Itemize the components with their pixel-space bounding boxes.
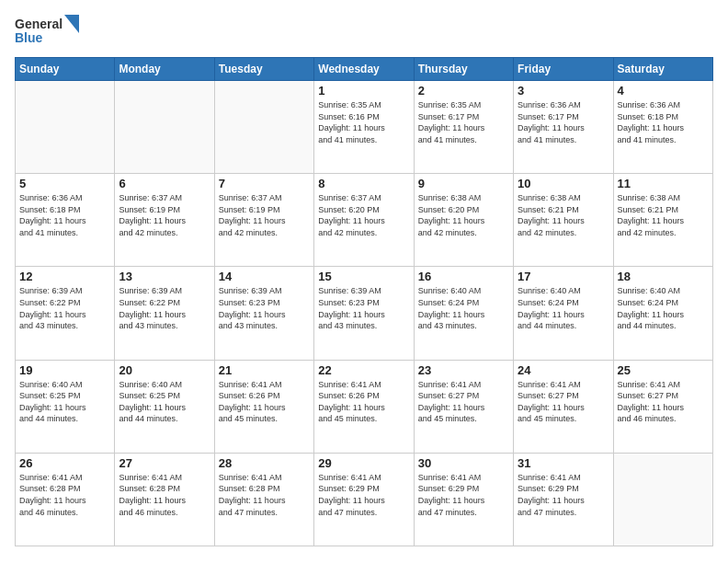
calendar-cell: 22Sunrise: 6:41 AM Sunset: 6:26 PM Dayli… bbox=[314, 360, 414, 453]
calendar-cell: 15Sunrise: 6:39 AM Sunset: 6:23 PM Dayli… bbox=[314, 267, 414, 360]
day-number: 7 bbox=[219, 177, 310, 190]
calendar-week-row: 12Sunrise: 6:39 AM Sunset: 6:22 PM Dayli… bbox=[16, 267, 713, 360]
day-number: 27 bbox=[119, 456, 210, 470]
day-info: Sunrise: 6:41 AM Sunset: 6:26 PM Dayligh… bbox=[318, 379, 409, 425]
day-number: 21 bbox=[219, 363, 310, 377]
svg-marker-2 bbox=[64, 15, 79, 33]
calendar-cell: 26Sunrise: 6:41 AM Sunset: 6:28 PM Dayli… bbox=[16, 453, 115, 546]
calendar-cell: 30Sunrise: 6:41 AM Sunset: 6:29 PM Dayli… bbox=[414, 453, 513, 546]
day-number: 31 bbox=[518, 456, 609, 470]
calendar-cell bbox=[214, 81, 313, 174]
day-info: Sunrise: 6:41 AM Sunset: 6:29 PM Dayligh… bbox=[518, 472, 609, 518]
day-number: 5 bbox=[19, 177, 110, 190]
calendar-cell: 9Sunrise: 6:38 AM Sunset: 6:20 PM Daylig… bbox=[414, 174, 513, 267]
calendar-cell: 2Sunrise: 6:35 AM Sunset: 6:17 PM Daylig… bbox=[414, 81, 513, 174]
calendar-week-row: 1Sunrise: 6:35 AM Sunset: 6:16 PM Daylig… bbox=[16, 81, 713, 174]
day-number: 3 bbox=[518, 84, 609, 98]
day-number: 25 bbox=[618, 363, 709, 377]
day-info: Sunrise: 6:38 AM Sunset: 6:20 PM Dayligh… bbox=[418, 192, 509, 238]
calendar-cell: 16Sunrise: 6:40 AM Sunset: 6:24 PM Dayli… bbox=[414, 267, 513, 360]
logo-icon: GeneralBlue bbox=[15, 15, 79, 48]
day-number: 9 bbox=[418, 177, 509, 190]
day-number: 1 bbox=[318, 84, 409, 98]
calendar-cell: 12Sunrise: 6:39 AM Sunset: 6:22 PM Dayli… bbox=[16, 267, 115, 360]
calendar-cell: 11Sunrise: 6:38 AM Sunset: 6:21 PM Dayli… bbox=[613, 174, 712, 267]
day-info: Sunrise: 6:41 AM Sunset: 6:27 PM Dayligh… bbox=[618, 379, 709, 425]
calendar-cell: 6Sunrise: 6:37 AM Sunset: 6:19 PM Daylig… bbox=[115, 174, 214, 267]
calendar-cell: 28Sunrise: 6:41 AM Sunset: 6:28 PM Dayli… bbox=[214, 453, 313, 546]
calendar-cell: 1Sunrise: 6:35 AM Sunset: 6:16 PM Daylig… bbox=[314, 81, 414, 174]
day-number: 4 bbox=[618, 84, 709, 98]
calendar-cell bbox=[613, 453, 712, 546]
day-number: 28 bbox=[219, 456, 310, 470]
day-info: Sunrise: 6:36 AM Sunset: 6:17 PM Dayligh… bbox=[518, 99, 609, 145]
day-info: Sunrise: 6:40 AM Sunset: 6:25 PM Dayligh… bbox=[119, 379, 210, 425]
day-info: Sunrise: 6:41 AM Sunset: 6:27 PM Dayligh… bbox=[518, 379, 609, 425]
calendar-cell: 18Sunrise: 6:40 AM Sunset: 6:24 PM Dayli… bbox=[613, 267, 712, 360]
day-number: 29 bbox=[318, 456, 409, 470]
calendar-cell: 20Sunrise: 6:40 AM Sunset: 6:25 PM Dayli… bbox=[115, 360, 214, 453]
day-info: Sunrise: 6:39 AM Sunset: 6:23 PM Dayligh… bbox=[219, 285, 310, 331]
day-number: 14 bbox=[219, 270, 310, 283]
calendar-day-header: Thursday bbox=[414, 58, 513, 81]
calendar-cell: 31Sunrise: 6:41 AM Sunset: 6:29 PM Dayli… bbox=[514, 453, 613, 546]
calendar-header-row: SundayMondayTuesdayWednesdayThursdayFrid… bbox=[16, 58, 713, 81]
day-number: 6 bbox=[119, 177, 210, 190]
calendar-week-row: 19Sunrise: 6:40 AM Sunset: 6:25 PM Dayli… bbox=[16, 360, 713, 453]
day-info: Sunrise: 6:40 AM Sunset: 6:24 PM Dayligh… bbox=[618, 285, 709, 331]
day-info: Sunrise: 6:36 AM Sunset: 6:18 PM Dayligh… bbox=[618, 99, 709, 145]
day-number: 10 bbox=[518, 177, 609, 190]
day-info: Sunrise: 6:37 AM Sunset: 6:19 PM Dayligh… bbox=[219, 192, 310, 238]
day-info: Sunrise: 6:41 AM Sunset: 6:27 PM Dayligh… bbox=[418, 379, 509, 425]
day-number: 18 bbox=[618, 270, 709, 283]
calendar-cell bbox=[115, 81, 214, 174]
day-number: 20 bbox=[119, 363, 210, 377]
logo: GeneralBlue bbox=[15, 15, 79, 48]
calendar-day-header: Friday bbox=[514, 58, 613, 81]
calendar-cell bbox=[16, 81, 115, 174]
day-info: Sunrise: 6:38 AM Sunset: 6:21 PM Dayligh… bbox=[518, 192, 609, 238]
calendar-cell: 23Sunrise: 6:41 AM Sunset: 6:27 PM Dayli… bbox=[414, 360, 513, 453]
day-info: Sunrise: 6:41 AM Sunset: 6:29 PM Dayligh… bbox=[418, 472, 509, 518]
calendar-cell: 10Sunrise: 6:38 AM Sunset: 6:21 PM Dayli… bbox=[514, 174, 613, 267]
day-number: 2 bbox=[418, 84, 509, 98]
header: GeneralBlue bbox=[15, 15, 713, 48]
calendar-cell: 25Sunrise: 6:41 AM Sunset: 6:27 PM Dayli… bbox=[613, 360, 712, 453]
svg-text:General: General bbox=[15, 17, 63, 31]
day-info: Sunrise: 6:41 AM Sunset: 6:28 PM Dayligh… bbox=[219, 472, 310, 518]
calendar-cell: 17Sunrise: 6:40 AM Sunset: 6:24 PM Dayli… bbox=[514, 267, 613, 360]
calendar-day-header: Sunday bbox=[16, 58, 115, 81]
page: GeneralBlue SundayMondayTuesdayWednesday… bbox=[0, 0, 728, 563]
calendar-cell: 5Sunrise: 6:36 AM Sunset: 6:18 PM Daylig… bbox=[16, 174, 115, 267]
calendar-cell: 13Sunrise: 6:39 AM Sunset: 6:22 PM Dayli… bbox=[115, 267, 214, 360]
calendar-day-header: Monday bbox=[115, 58, 214, 81]
day-info: Sunrise: 6:38 AM Sunset: 6:21 PM Dayligh… bbox=[618, 192, 709, 238]
calendar-cell: 3Sunrise: 6:36 AM Sunset: 6:17 PM Daylig… bbox=[514, 81, 613, 174]
day-info: Sunrise: 6:37 AM Sunset: 6:19 PM Dayligh… bbox=[119, 192, 210, 238]
day-number: 19 bbox=[19, 363, 110, 377]
day-number: 12 bbox=[19, 270, 110, 283]
day-info: Sunrise: 6:39 AM Sunset: 6:22 PM Dayligh… bbox=[119, 285, 210, 331]
day-info: Sunrise: 6:35 AM Sunset: 6:16 PM Dayligh… bbox=[318, 99, 409, 145]
calendar-cell: 19Sunrise: 6:40 AM Sunset: 6:25 PM Dayli… bbox=[16, 360, 115, 453]
day-number: 13 bbox=[119, 270, 210, 283]
day-info: Sunrise: 6:41 AM Sunset: 6:28 PM Dayligh… bbox=[119, 472, 210, 518]
day-info: Sunrise: 6:36 AM Sunset: 6:18 PM Dayligh… bbox=[19, 192, 110, 238]
day-info: Sunrise: 6:39 AM Sunset: 6:22 PM Dayligh… bbox=[19, 285, 110, 331]
calendar-cell: 21Sunrise: 6:41 AM Sunset: 6:26 PM Dayli… bbox=[214, 360, 313, 453]
day-number: 24 bbox=[518, 363, 609, 377]
day-number: 17 bbox=[518, 270, 609, 283]
svg-text:Blue: Blue bbox=[15, 30, 43, 45]
calendar-cell: 14Sunrise: 6:39 AM Sunset: 6:23 PM Dayli… bbox=[214, 267, 313, 360]
calendar-week-row: 5Sunrise: 6:36 AM Sunset: 6:18 PM Daylig… bbox=[16, 174, 713, 267]
day-info: Sunrise: 6:40 AM Sunset: 6:24 PM Dayligh… bbox=[518, 285, 609, 331]
day-info: Sunrise: 6:37 AM Sunset: 6:20 PM Dayligh… bbox=[318, 192, 409, 238]
calendar-table: SundayMondayTuesdayWednesdayThursdayFrid… bbox=[15, 57, 713, 546]
day-info: Sunrise: 6:41 AM Sunset: 6:28 PM Dayligh… bbox=[19, 472, 110, 518]
day-number: 8 bbox=[318, 177, 409, 190]
day-number: 15 bbox=[318, 270, 409, 283]
calendar-week-row: 26Sunrise: 6:41 AM Sunset: 6:28 PM Dayli… bbox=[16, 453, 713, 546]
calendar-day-header: Tuesday bbox=[214, 58, 313, 81]
day-number: 16 bbox=[418, 270, 509, 283]
day-info: Sunrise: 6:35 AM Sunset: 6:17 PM Dayligh… bbox=[418, 99, 509, 145]
